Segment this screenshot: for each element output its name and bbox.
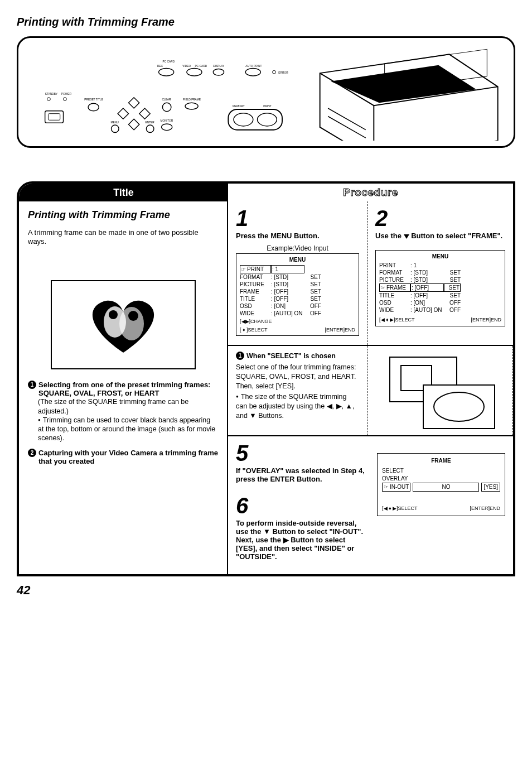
memory-label: MEMORY bbox=[233, 105, 245, 108]
error-label: ERROR bbox=[278, 71, 288, 74]
display-label: DISPLAY bbox=[213, 65, 225, 68]
step-1-number: 1 bbox=[236, 207, 359, 229]
frame-menu: FRAME SELECT OVERLAY IN-OUT NO [YES] [◀ … bbox=[377, 453, 505, 516]
step-2-menu: MENU PRINT: 1 FORMAT: [STD]SET PICTURE: … bbox=[375, 250, 505, 326]
step-2-number: 2 bbox=[375, 207, 505, 229]
svg-point-9 bbox=[185, 103, 198, 109]
print-label: PRINT bbox=[263, 105, 272, 108]
printer-illustration bbox=[320, 49, 498, 141]
pc-card-label: PC CARD bbox=[162, 60, 175, 63]
example-heart-image bbox=[51, 280, 196, 369]
step-1-title: Press the MENU Button. bbox=[236, 232, 359, 240]
step-5-title: If "OVERLAY" was selected in Step 4, pre… bbox=[236, 466, 366, 483]
svg-point-22 bbox=[128, 311, 138, 321]
left-intro: A trimming frame can be made in one of t… bbox=[28, 228, 218, 247]
step-6-number: 6 bbox=[236, 494, 366, 517]
enter-btn-label: ENTER bbox=[145, 121, 154, 124]
step-2-title: Use the Button to select "FRAME". bbox=[375, 232, 505, 240]
svg-rect-2 bbox=[45, 111, 64, 123]
procedure-header: Procedure bbox=[228, 184, 513, 201]
step-2: 2 Use the Button to select "FRAME". MENU… bbox=[367, 201, 513, 345]
option2-title: Capturing with your Video Camera a trimm… bbox=[38, 449, 218, 465]
step-1-menu: MENU PRINT: 1 FORMAT: [STD]SET PICTURE: … bbox=[236, 253, 359, 336]
svg-rect-15 bbox=[228, 109, 282, 130]
svg-point-14 bbox=[273, 70, 276, 74]
svg-point-21 bbox=[109, 310, 118, 319]
triangle-down-icon bbox=[404, 234, 409, 239]
svg-point-1 bbox=[64, 98, 67, 101]
svg-point-17 bbox=[258, 113, 277, 126]
option1-bullet: Trimming can be used to cover black band… bbox=[38, 416, 218, 443]
svg-point-0 bbox=[47, 98, 51, 101]
title-header: Title bbox=[19, 184, 228, 201]
page-number: 42 bbox=[17, 583, 515, 598]
svg-point-16 bbox=[234, 113, 253, 126]
left-column: Printing with Trimming Frame A trimming … bbox=[19, 184, 228, 574]
option1-note: (The size of the SQUARE trimming frame c… bbox=[38, 397, 218, 416]
field-frame-label: FIELD/FRAME bbox=[183, 98, 201, 101]
svg-point-4 bbox=[88, 103, 99, 111]
svg-point-11 bbox=[187, 68, 202, 76]
option-1: 1 Selecting from one of the preset trimm… bbox=[28, 381, 218, 442]
option-2: 2 Capturing with your Video Camera a tri… bbox=[28, 449, 218, 465]
left-subtitle: Printing with Trimming Frame bbox=[28, 209, 218, 222]
svg-point-6 bbox=[146, 125, 154, 133]
right-column: 1 Press the MENU Button. Example:Video I… bbox=[228, 184, 513, 574]
svg-point-8 bbox=[161, 124, 172, 131]
main-content-box: Title Procedure Printing with Trimming F… bbox=[17, 181, 515, 576]
power-label: POWER bbox=[61, 93, 72, 95]
menu-btn-label: MENU bbox=[111, 121, 119, 124]
number-2-icon: 2 bbox=[28, 449, 36, 457]
svg-point-10 bbox=[159, 68, 174, 76]
standby-label: STANDBY bbox=[45, 93, 58, 95]
pc-card2-label: PC CARD bbox=[195, 65, 207, 68]
monitor-label: MONITOR bbox=[161, 119, 173, 122]
auto-print-label: AUTO PRINT bbox=[245, 65, 262, 68]
preset-title-label: PRESET TITLE bbox=[84, 98, 103, 101]
steps-5-6: 5 If "OVERLAY" was selected in Step 4, p… bbox=[228, 436, 513, 574]
svg-rect-3 bbox=[48, 114, 60, 121]
rec-label: REC bbox=[157, 65, 163, 68]
heart-icon bbox=[79, 291, 168, 358]
number-1-icon: 1 bbox=[236, 352, 244, 360]
device-panel-illustration: STANDBY POWER PRESET TITLE MENU ENTER CL… bbox=[17, 36, 515, 148]
svg-point-7 bbox=[162, 103, 171, 111]
video-label: VIDEO bbox=[182, 65, 191, 68]
clear-label: CLEAR bbox=[162, 98, 171, 101]
number-1-icon: 1 bbox=[28, 381, 36, 389]
shape-diagram bbox=[367, 346, 513, 435]
svg-point-13 bbox=[245, 68, 260, 76]
svg-point-5 bbox=[112, 125, 119, 133]
svg-point-12 bbox=[213, 69, 224, 75]
page-title: Printing with Trimming Frame bbox=[17, 16, 515, 28]
step-1-caption: Example:Video Input bbox=[236, 244, 359, 252]
option1-title: Selecting from one of the preset trimmin… bbox=[38, 381, 218, 397]
step-6-title: To perform inside-outside reversal, use … bbox=[236, 519, 366, 561]
select-info: 1 When "SELECT" is chosen Select one of … bbox=[228, 346, 367, 435]
step-5-number: 5 bbox=[236, 442, 366, 464]
step-1: 1 Press the MENU Button. Example:Video I… bbox=[228, 201, 367, 345]
